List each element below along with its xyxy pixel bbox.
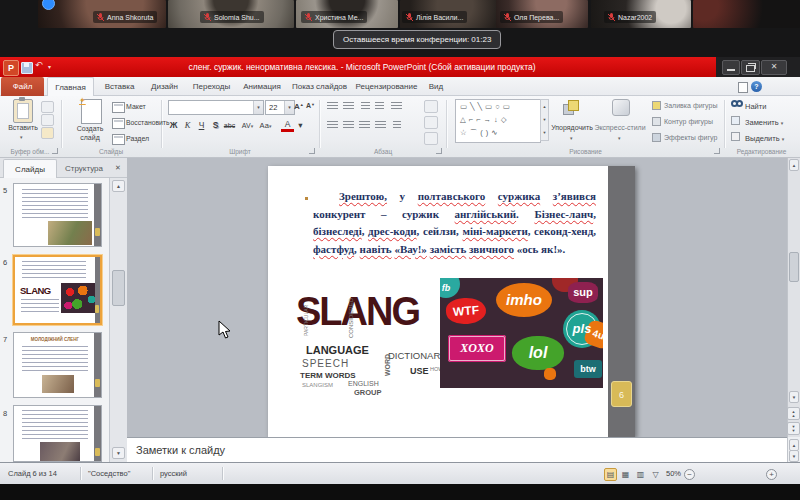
line-spacing-icon[interactable] — [391, 102, 402, 111]
change-case-button[interactable]: Аа▾ — [259, 119, 272, 132]
canvas-scrollbar[interactable]: ▲ ▼ — [787, 158, 800, 437]
slide-thumbnail-6-selected[interactable]: SLANG — [13, 255, 102, 325]
sidebar-scrollbar[interactable]: ▲ ▼ — [109, 178, 127, 462]
section-button[interactable]: Раздел — [126, 135, 149, 142]
layout-icon[interactable] — [112, 102, 125, 113]
slide-thumbnail-8[interactable] — [13, 405, 102, 462]
minimize-button[interactable] — [722, 60, 740, 75]
minimize-ribbon-icon[interactable] — [738, 82, 748, 93]
justify-icon[interactable] — [375, 121, 386, 130]
language-indicator[interactable]: русский — [160, 469, 187, 478]
shapes-row[interactable]: △⌐⌐→↓◇ — [460, 113, 536, 126]
tab-home[interactable]: Главная — [47, 77, 94, 96]
slide-text[interactable]: Зрештою, у полтавського суржика з’явився… — [313, 188, 596, 258]
grow-font-button[interactable]: А▲ — [294, 102, 304, 111]
strikethrough-button[interactable]: abc — [223, 119, 236, 132]
paragraph-dialog-launcher[interactable] — [436, 148, 442, 154]
close-panel-icon[interactable]: ✕ — [112, 162, 124, 174]
select-button[interactable]: Выделить ▾ — [745, 134, 784, 143]
shape-fill-button[interactable]: Заливка фигуры — [664, 102, 717, 109]
scroll-up-icon[interactable]: ▲ — [112, 180, 125, 192]
section-icon[interactable] — [112, 134, 125, 145]
view-normal-button[interactable]: ▤ — [604, 468, 617, 481]
slide-counter[interactable]: Слайд 6 из 14 — [8, 469, 57, 478]
save-icon[interactable] — [21, 62, 33, 74]
new-slide-label-1[interactable]: Создать — [64, 125, 116, 132]
notes-scrollbar[interactable]: ▲ ▼ — [787, 437, 800, 462]
canvas-scroll-thumb[interactable] — [789, 252, 799, 282]
tab-design[interactable]: Дизайн — [144, 77, 185, 96]
paste-dropdown-icon[interactable]: ▾ — [20, 134, 23, 140]
shapes-row[interactable]: ☆⌒()∿ — [460, 126, 536, 139]
undo-icon[interactable]: ↶ — [35, 60, 43, 70]
reset-icon[interactable] — [112, 118, 125, 129]
zoom-out-button[interactable]: − — [684, 469, 695, 480]
slide-canvas[interactable]: 6 Зрештою, у полтавського суржика з’явив… — [127, 158, 787, 462]
chat-slang-bubbles-image[interactable]: fb WTF imho sup XOXO pls lol 4u btw — [440, 278, 603, 388]
shapes-row[interactable]: ▭╲╲▭○▭ — [460, 100, 536, 113]
columns-icon[interactable] — [393, 121, 401, 130]
help-icon[interactable]: ? — [751, 81, 762, 92]
align-text-icon[interactable] — [424, 116, 438, 129]
tab-slides-thumbnails[interactable]: Слайды — [3, 159, 57, 178]
view-sorter-button[interactable]: ▦ — [619, 468, 632, 481]
tab-file[interactable]: Файл — [1, 77, 44, 96]
quick-styles-button[interactable]: Экспресс-стили — [594, 124, 646, 131]
close-button[interactable]: ✕ — [761, 60, 787, 75]
scroll-down-icon[interactable]: ▼ — [789, 450, 799, 462]
copy-icon[interactable] — [41, 114, 54, 126]
paste-button[interactable] — [13, 99, 33, 123]
tab-review[interactable]: Рецензирование — [353, 77, 420, 96]
slide-thumbnail-5[interactable] — [13, 183, 102, 247]
scroll-up-icon[interactable]: ▲ — [789, 159, 799, 171]
zoom-level[interactable]: 50% — [666, 469, 681, 478]
theme-name[interactable]: "Соседство" — [88, 469, 130, 478]
slide-thumbnail-7[interactable]: МОЛОДІЖНИЙ СЛЕНГ — [13, 332, 102, 398]
new-slide-label-2[interactable]: слайд — [64, 134, 116, 141]
restore-button[interactable] — [741, 60, 760, 75]
shapes-gallery-scroll[interactable]: ▲▼▼ — [540, 99, 549, 141]
font-dialog-launcher[interactable] — [309, 148, 315, 154]
scroll-down-icon[interactable]: ▼ — [112, 447, 125, 459]
new-slide-button[interactable]: ✦ — [81, 99, 102, 124]
view-slideshow-button[interactable]: ▽ — [649, 468, 662, 481]
qat-dropdown-icon[interactable]: ▾ — [48, 63, 51, 70]
powerpoint-logo-icon[interactable]: P — [3, 60, 19, 76]
participant-video[interactable] — [693, 0, 800, 28]
shapes-gallery[interactable]: ▭╲╲▭○▭ △⌐⌐→↓◇ ☆⌒()∿ — [455, 99, 541, 143]
cut-icon[interactable] — [41, 101, 54, 113]
replace-button[interactable]: Заменить ▾ — [745, 118, 783, 127]
italic-button[interactable]: К — [181, 119, 194, 132]
arrange-button[interactable]: Упорядочить — [546, 124, 598, 131]
arrange-dropdown-icon[interactable]: ▾ — [570, 135, 573, 141]
tab-transitions[interactable]: Переходы — [188, 77, 235, 96]
font-name-combo[interactable]: ▾ — [168, 100, 264, 115]
align-center-icon[interactable] — [343, 121, 354, 130]
sidebar-scroll-thumb[interactable] — [112, 270, 125, 306]
scroll-down-icon[interactable]: ▼ — [789, 391, 799, 403]
tab-slideshow[interactable]: Показ слайдов — [288, 77, 351, 96]
tab-view[interactable]: Вид — [422, 77, 450, 96]
smartart-convert-icon[interactable] — [424, 132, 438, 145]
tab-insert[interactable]: Вставка — [97, 77, 142, 96]
previous-slide-button[interactable]: ▲▲ — [787, 407, 800, 420]
tab-animations[interactable]: Анимация — [238, 77, 286, 96]
font-color-button[interactable]: А — [281, 119, 294, 132]
next-slide-button[interactable]: ▼▼ — [787, 422, 800, 435]
slide-page[interactable]: 6 Зрештою, у полтавського суржика з’явив… — [268, 166, 635, 437]
shape-outline-button[interactable]: Контур фигуры — [664, 118, 713, 125]
bold-button[interactable]: Ж — [167, 119, 180, 132]
bullets-icon[interactable] — [327, 102, 338, 111]
clipboard-dialog-launcher[interactable] — [52, 148, 58, 154]
tab-outline[interactable]: Структура — [59, 159, 109, 178]
format-painter-icon[interactable] — [41, 127, 54, 139]
numbering-icon[interactable] — [343, 102, 354, 111]
shape-effects-button[interactable]: Эффекты фигур — [664, 134, 717, 141]
reset-button[interactable]: Восстановить — [126, 119, 170, 126]
text-shadow-button[interactable]: S — [209, 119, 222, 132]
zoom-in-button[interactable]: + — [766, 469, 777, 480]
find-button[interactable]: Найти — [745, 102, 766, 111]
quick-styles-dropdown-icon[interactable]: ▾ — [618, 135, 621, 141]
underline-button[interactable]: Ч — [195, 119, 208, 132]
drawing-dialog-launcher[interactable] — [714, 148, 720, 154]
